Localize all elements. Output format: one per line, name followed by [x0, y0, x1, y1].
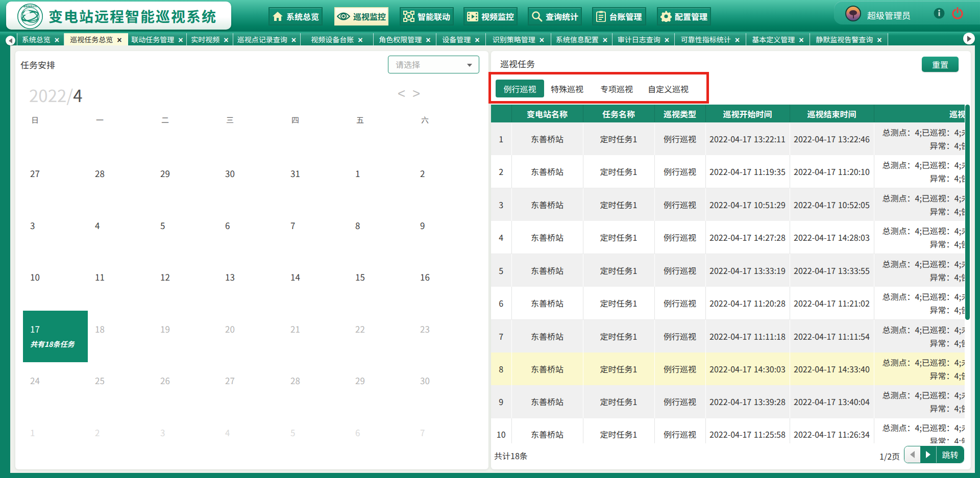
- svg-text:国家电网公司: 国家电网公司: [23, 5, 37, 8]
